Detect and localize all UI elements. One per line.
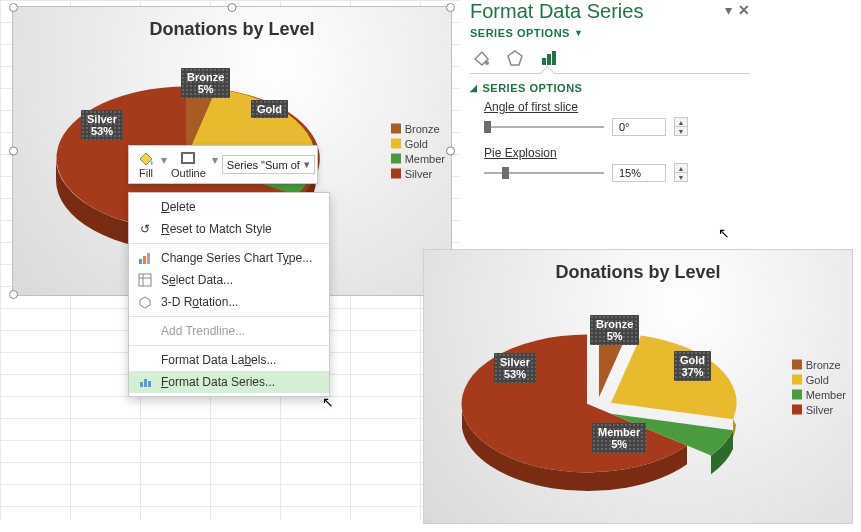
ctx-select-data[interactable]: Select Data...: [129, 269, 329, 291]
explosion-slider[interactable]: [484, 172, 604, 174]
series-selector[interactable]: Series "Sum of▾: [222, 155, 315, 174]
svg-rect-3: [147, 253, 150, 264]
ctx-format-data-labels[interactable]: Format Data Labels...: [129, 349, 329, 371]
series-options-tab-icon[interactable]: [538, 47, 560, 69]
explosion-value-input[interactable]: 15%: [612, 164, 666, 182]
svg-rect-9: [148, 381, 151, 387]
ctx-reset[interactable]: ↺Reset to Match Style: [129, 218, 329, 240]
effects-tab-icon[interactable]: [504, 47, 526, 69]
svg-rect-1: [139, 259, 142, 264]
svg-rect-7: [140, 382, 143, 387]
context-menu: Delete ↺Reset to Match Style Change Seri…: [128, 192, 330, 397]
mini-toolbar: Fill ▾ Outline ▾ Series "Sum of▾: [128, 145, 318, 184]
close-icon[interactable]: ✕: [738, 2, 750, 18]
chart-title: Donations by Level: [21, 19, 443, 40]
angle-value-input[interactable]: 0°: [612, 118, 666, 136]
svg-rect-8: [144, 379, 147, 387]
ctx-change-chart-type[interactable]: Change Series Chart Type...: [129, 247, 329, 269]
format-data-series-panel: ▾ ✕ Format Data Series SERIES OPTIONS▼ ◢…: [470, 0, 750, 192]
panel-title: Format Data Series: [470, 0, 750, 23]
fill-tab-icon[interactable]: [470, 47, 492, 69]
data-label-bronze: Bronze5%: [590, 315, 639, 345]
chart-donations-exploded[interactable]: Donations by Level: [423, 249, 853, 524]
svg-rect-13: [547, 54, 551, 65]
angle-spinner[interactable]: ▲▼: [674, 117, 688, 136]
series-options-section[interactable]: ◢SERIES OPTIONS: [470, 82, 750, 94]
outline-button[interactable]: Outline: [165, 148, 212, 181]
svg-rect-4: [139, 274, 151, 286]
ctx-add-trendline: Add Trendline...: [129, 320, 329, 342]
explosion-spinner[interactable]: ▲▼: [674, 163, 688, 182]
ctx-3d-rotation[interactable]: 3-D Rotation...: [129, 291, 329, 313]
svg-marker-11: [508, 51, 522, 65]
svg-rect-14: [552, 51, 556, 65]
chart-legend: Bronze Gold Member Silver: [391, 120, 445, 183]
svg-rect-2: [143, 256, 146, 264]
chart-title: Donations by Level: [432, 262, 844, 283]
ctx-delete[interactable]: Delete: [129, 196, 329, 218]
data-label-member: Member5%: [592, 423, 646, 453]
chart-legend: Bronze Gold Member Silver: [792, 355, 846, 418]
data-label-gold: Gold37%: [674, 351, 711, 381]
ctx-format-data-series[interactable]: Format Data Series...: [129, 371, 329, 393]
data-label-bronze: Bronze5%: [181, 68, 230, 98]
cursor-icon: ↖: [718, 225, 730, 241]
explosion-label: Pie Explosion: [484, 146, 750, 160]
data-label-silver: Silver53%: [81, 110, 123, 140]
data-label-gold: Gold: [251, 100, 288, 118]
svg-rect-12: [542, 58, 546, 65]
series-options-selector[interactable]: SERIES OPTIONS▼: [470, 27, 750, 39]
svg-point-10: [485, 61, 489, 65]
panel-dropdown-icon[interactable]: ▾: [725, 2, 732, 18]
angle-label: Angle of first slice: [484, 100, 750, 114]
fill-button[interactable]: Fill: [131, 148, 161, 181]
panel-icon-tabs: [470, 47, 750, 69]
pie-chart-exploded[interactable]: Bronze5% Gold37% Member5% Silver53%: [442, 291, 844, 501]
data-label-silver: Silver53%: [494, 353, 536, 383]
angle-slider[interactable]: [484, 126, 604, 128]
svg-rect-0: [182, 153, 194, 163]
